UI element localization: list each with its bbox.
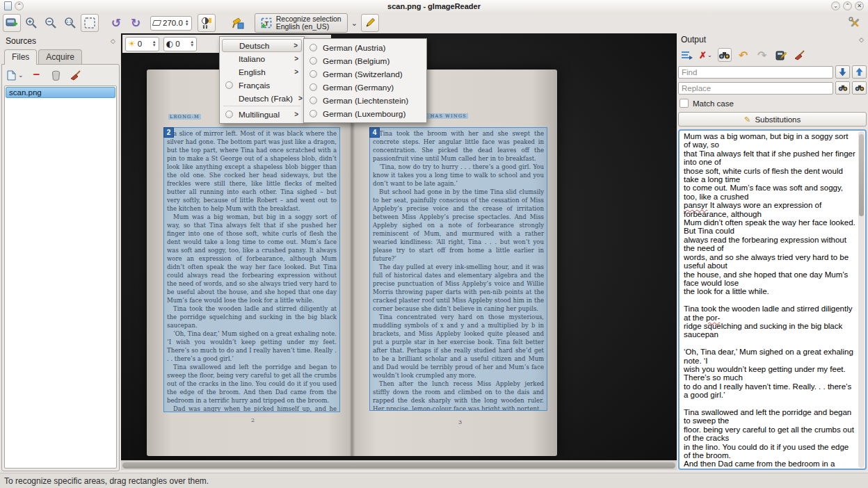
arrow-down-icon bbox=[839, 67, 846, 76]
zoom-out-icon bbox=[45, 17, 57, 29]
close-button[interactable]: ✕ bbox=[855, 1, 864, 10]
find-input[interactable] bbox=[678, 66, 833, 79]
rotate-right-button[interactable]: ↻ bbox=[127, 14, 145, 32]
broom-icon bbox=[70, 70, 81, 81]
minimize-button[interactable]: ⌄ bbox=[831, 1, 840, 10]
file-list-item[interactable]: scan.png bbox=[6, 87, 115, 98]
save-output-button[interactable] bbox=[774, 48, 788, 62]
replace-button[interactable] bbox=[835, 81, 850, 95]
radio-icon bbox=[225, 81, 233, 89]
replace-input[interactable] bbox=[678, 82, 833, 95]
book-paragraph: Tina took the wooden ladle and stirred d… bbox=[167, 304, 337, 330]
radio-icon bbox=[310, 57, 317, 65]
add-images-button[interactable] bbox=[3, 14, 21, 32]
titlebar: ⌃ scan.png - gImageReader ⌄ ⌃ ✕ bbox=[0, 0, 868, 13]
submenu-arrow-icon: > bbox=[294, 68, 298, 76]
german-variant-item[interactable]: German (Switzerland) bbox=[306, 67, 424, 81]
add-file-chevron: ⌄ bbox=[18, 72, 24, 79]
language-menu-item[interactable]: Italiano > bbox=[222, 52, 302, 65]
undo-button[interactable]: ↶ bbox=[737, 48, 750, 62]
selection-badge-2[interactable]: 2 bbox=[163, 127, 174, 138]
contrast-value: 0 bbox=[175, 40, 188, 48]
submenu-arrow-icon: > bbox=[294, 42, 298, 49]
left-page-number: 2 bbox=[251, 417, 255, 423]
canvas-horizontal-scrollbar[interactable] bbox=[121, 460, 677, 470]
clear-output-button[interactable] bbox=[793, 48, 807, 62]
ocr-text[interactable]: Mum was a big woman, but big in a soggy … bbox=[684, 132, 857, 467]
output-scrollbar[interactable] bbox=[858, 131, 865, 468]
image-controls-toggle[interactable] bbox=[198, 14, 216, 32]
maximize-button[interactable]: ⌃ bbox=[843, 1, 852, 10]
clear-files-button[interactable] bbox=[69, 68, 83, 82]
language-menu-item[interactable]: Français > bbox=[222, 79, 302, 92]
rotate-left-button[interactable]: ↺ bbox=[107, 14, 125, 32]
find-previous-button[interactable] bbox=[852, 65, 867, 79]
find-replace-toggle[interactable] bbox=[718, 48, 732, 62]
contrast-spin-arrows[interactable]: ▲▼ bbox=[190, 40, 194, 47]
recognize-button[interactable]: T Recognize selection English (en_US) bbox=[255, 13, 348, 33]
detach-icon[interactable]: ◇ bbox=[859, 36, 864, 43]
selection-region-left[interactable]: a slice of mirror left. Most of it was b… bbox=[163, 127, 340, 412]
insert-text-button[interactable] bbox=[680, 48, 693, 62]
radio-icon bbox=[310, 97, 317, 104]
strip-mode-button[interactable]: ✗ ⌄ bbox=[698, 48, 713, 62]
right-page-number: 3 bbox=[458, 419, 462, 425]
find-next-button[interactable] bbox=[835, 65, 850, 79]
recognize-selection-icon: T bbox=[261, 17, 273, 29]
language-menu-item[interactable]: Deutsch > bbox=[222, 39, 302, 52]
pencil-icon: ✎ bbox=[744, 115, 751, 124]
delete-file-button[interactable] bbox=[49, 68, 63, 82]
toggle-output-pane-button[interactable] bbox=[361, 14, 379, 32]
remove-file-button[interactable]: − bbox=[30, 68, 44, 82]
sources-tab[interactable]: Files bbox=[4, 49, 37, 65]
radio-icon bbox=[225, 111, 233, 118]
substitutions-button[interactable]: ✎ Substitutions bbox=[678, 112, 867, 127]
autodetect-layout-button[interactable] bbox=[230, 14, 248, 32]
language-menu-item[interactable]: Multilingual > bbox=[222, 108, 302, 121]
scrollbar-handle[interactable] bbox=[122, 462, 675, 469]
contrast-icon: ◐ bbox=[166, 39, 173, 49]
contrast-spinbox[interactable]: ◐ 0 ▲▼ bbox=[163, 37, 197, 51]
add-image-icon bbox=[6, 17, 18, 29]
german-variant-item[interactable]: German (Germany) bbox=[306, 81, 424, 94]
add-file-icon bbox=[6, 70, 17, 81]
book-paragraph: a slice of mirror left. Most of it was b… bbox=[167, 129, 337, 213]
german-submenu: German (Austria) German (Belgium) German… bbox=[303, 38, 427, 123]
zoom-out-button[interactable] bbox=[42, 14, 60, 32]
selection-region-right[interactable]: Tina took the broom with her and she swe… bbox=[369, 127, 547, 411]
book-scan[interactable]: 2 LRONG-M a slice of mirror left. Most o… bbox=[147, 70, 557, 456]
brightness-spin-arrows[interactable]: ▲▼ bbox=[152, 40, 156, 47]
selection-badge-4[interactable]: 4 bbox=[369, 127, 380, 138]
language-menu-item[interactable]: English > bbox=[222, 65, 302, 79]
sources-tab[interactable]: Acquire bbox=[38, 49, 82, 64]
zoom-original-button[interactable]: 1:1 bbox=[61, 14, 79, 32]
redo-button[interactable]: ↷ bbox=[755, 48, 769, 62]
strip-mode-chevron: ⌄ bbox=[707, 52, 712, 58]
settings-button[interactable] bbox=[846, 14, 864, 32]
replace-all-button[interactable] bbox=[852, 81, 867, 95]
german-variant-item[interactable]: German (Belgium) bbox=[306, 54, 424, 67]
german-variant-item[interactable]: German (Liechtenstein) bbox=[306, 94, 424, 107]
german-variant-item[interactable]: German (Luxembourg) bbox=[306, 107, 424, 120]
sources-panel: Sources ◇ FilesAcquire ⌄ − bbox=[1, 35, 120, 471]
book-paragraph: Tina swallowed and left the porridge and… bbox=[167, 363, 337, 405]
rotation-spinbox[interactable]: 270.0 ▲▼ bbox=[150, 16, 192, 31]
match-case-checkbox[interactable] bbox=[680, 99, 689, 108]
language-menu-item[interactable]: Deutsch (Frak) > bbox=[222, 92, 302, 105]
match-case-label: Match case bbox=[693, 99, 734, 108]
settings-wrench-icon bbox=[848, 16, 862, 30]
zoom-in-button[interactable] bbox=[22, 14, 40, 32]
rotation-spin-arrows[interactable]: ▲▼ bbox=[185, 19, 189, 26]
detach-icon[interactable]: ◇ bbox=[111, 38, 115, 44]
broom-icon bbox=[794, 50, 805, 60]
main-toolbar: 1:1 ↺ ↻ 270.0 ▲▼ bbox=[0, 13, 868, 33]
scrollbar-handle[interactable] bbox=[859, 134, 864, 216]
zoom-fit-button[interactable] bbox=[81, 14, 99, 32]
add-file-button[interactable]: ⌄ bbox=[6, 68, 24, 82]
recognize-menu-chevron[interactable]: ⌄ bbox=[349, 19, 360, 28]
replace-all-binoculars-icon bbox=[855, 84, 865, 92]
output-textarea[interactable]: Mum was a big woman, but big in a soggy … bbox=[678, 129, 867, 470]
german-variant-item[interactable]: German (Austria) bbox=[306, 41, 424, 54]
brightness-spinbox[interactable]: ☀ 0 ▲▼ bbox=[125, 37, 159, 51]
status-bar: To recognize specific areas, drag rectan… bbox=[0, 473, 868, 488]
